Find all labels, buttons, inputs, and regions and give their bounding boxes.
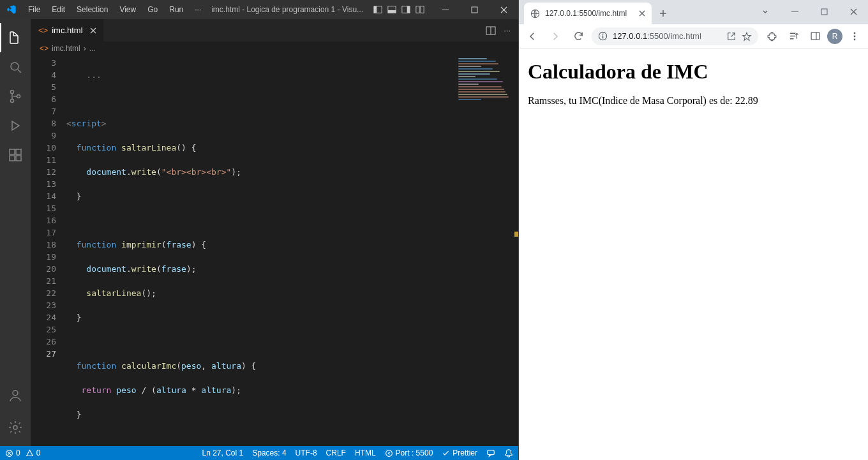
browser-minimize-button[interactable]	[780, 1, 809, 22]
tab-close-icon[interactable]	[639, 10, 645, 17]
window-controls	[430, 0, 518, 19]
layout-custom-icon[interactable]	[414, 3, 426, 16]
vscode-window: File Edit Selection View Go Run ··· imc.…	[0, 0, 518, 460]
close-button[interactable]	[489, 0, 518, 19]
svg-rect-5	[407, 6, 410, 13]
svg-rect-9	[472, 7, 477, 13]
status-language[interactable]: HTML	[355, 449, 376, 457]
menu-file[interactable]: File	[22, 5, 46, 14]
breadcrumb-more: ...	[89, 44, 96, 53]
share-icon[interactable]	[726, 31, 737, 41]
bookmark-icon[interactable]	[742, 31, 752, 41]
svg-rect-14	[10, 149, 15, 154]
chrome-window: 127.0.0.1:5500/imc.html 127.0.0.1:5500/i…	[518, 0, 868, 460]
menu-go[interactable]: Go	[142, 5, 163, 14]
browser-tab[interactable]: 127.0.0.1:5500/imc.html	[524, 3, 652, 24]
code-editor[interactable]: 3456789101112131415161718192021222324252…	[31, 56, 518, 446]
overview-ruler	[514, 56, 518, 446]
status-feedback-icon[interactable]	[486, 449, 495, 457]
browser-close-button[interactable]	[839, 1, 868, 22]
status-live-server[interactable]: Port : 5500	[385, 449, 433, 457]
profile-avatar[interactable]: R	[827, 29, 842, 44]
tab-actions: ···	[486, 26, 518, 36]
svg-rect-17	[16, 149, 21, 154]
run-debug-icon[interactable]	[0, 111, 31, 140]
svg-point-13	[17, 95, 20, 98]
svg-point-33	[854, 32, 856, 34]
menu-view[interactable]: View	[114, 5, 142, 14]
browser-tab-title: 127.0.0.1:5500/imc.html	[545, 9, 627, 18]
more-actions-icon[interactable]: ···	[504, 26, 511, 36]
editor-tab[interactable]: <> imc.html	[31, 19, 103, 41]
address-bar[interactable]: 127.0.0.1:5500/imc.html	[592, 27, 758, 45]
breadcrumbs[interactable]: <> imc.html › ...	[31, 41, 518, 56]
html-file-icon: <>	[40, 44, 49, 53]
panel-left-icon[interactable]	[371, 3, 384, 16]
window-title: imc.html - Logica de programacion 1 - Vi…	[207, 5, 368, 14]
tab-close-icon[interactable]	[89, 27, 97, 34]
side-panel-icon[interactable]	[805, 27, 825, 46]
svg-point-11	[11, 91, 14, 94]
status-bar: 0 0 Ln 27, Col 1 Spaces: 4 UTF-8 CRLF HT…	[0, 446, 518, 460]
status-prettier[interactable]: Prettier	[442, 449, 477, 457]
page-result-text: Ramsses, tu IMC(Indice de Masa Corporal)…	[528, 95, 859, 107]
status-cursor[interactable]: Ln 27, Col 1	[202, 449, 243, 457]
split-editor-icon[interactable]	[486, 26, 496, 36]
browser-window-controls	[751, 1, 868, 22]
titlebar: File Edit Selection View Go Run ··· imc.…	[0, 0, 518, 19]
accounts-icon[interactable]	[0, 381, 31, 410]
panel-bottom-icon[interactable]	[385, 3, 398, 16]
maximize-button[interactable]	[460, 0, 489, 19]
url-text: 127.0.0.1:5500/imc.html	[613, 31, 701, 41]
browser-toolbar: 127.0.0.1:5500/imc.html R	[519, 24, 868, 48]
reload-button[interactable]	[569, 27, 588, 46]
page-heading: Calculadora de IMC	[528, 60, 859, 84]
svg-rect-15	[10, 156, 15, 161]
svg-point-35	[854, 38, 856, 40]
new-tab-button[interactable]	[654, 4, 672, 22]
svg-rect-16	[16, 156, 21, 161]
menu-selection[interactable]: Selection	[71, 5, 114, 14]
svg-rect-27	[821, 9, 827, 15]
menu-more[interactable]: ···	[189, 5, 207, 14]
svg-rect-7	[421, 6, 424, 13]
menu-run[interactable]: Run	[163, 5, 189, 14]
layout-controls	[368, 3, 430, 16]
svg-rect-29	[602, 36, 604, 39]
code-content[interactable]: ... <script> function saltarLinea() { do…	[66, 56, 518, 446]
panel-right-icon[interactable]	[400, 3, 412, 16]
svg-point-12	[11, 100, 14, 103]
menu-edit[interactable]: Edit	[46, 5, 71, 14]
extensions-icon[interactable]	[762, 27, 781, 46]
chevron-right-icon: ›	[84, 44, 86, 53]
svg-rect-24	[488, 450, 495, 455]
svg-rect-3	[388, 10, 396, 13]
svg-rect-31	[811, 33, 819, 40]
settings-gear-icon[interactable]	[0, 413, 31, 442]
svg-rect-30	[602, 34, 604, 35]
html-file-icon: <>	[38, 26, 48, 35]
svg-point-10	[11, 63, 19, 70]
reading-list-icon[interactable]	[784, 27, 803, 46]
editor-area: <> imc.html ··· <> imc.html › ...	[31, 19, 518, 446]
breadcrumb-file: imc.html	[52, 44, 80, 53]
extensions-icon[interactable]	[0, 140, 31, 170]
vscode-logo-icon	[0, 4, 22, 15]
chrome-menu-icon[interactable]	[845, 27, 864, 46]
status-spaces[interactable]: Spaces: 4	[252, 449, 286, 457]
browser-maximize-button[interactable]	[809, 1, 839, 22]
forward-button[interactable]	[546, 27, 565, 46]
minimize-button[interactable]	[430, 0, 460, 19]
site-info-icon[interactable]	[598, 31, 608, 41]
source-control-icon[interactable]	[0, 82, 31, 111]
search-icon[interactable]	[0, 52, 31, 82]
status-bell-icon[interactable]	[504, 449, 513, 457]
menu-bar: File Edit Selection View Go Run ···	[22, 5, 207, 14]
status-encoding[interactable]: UTF-8	[296, 449, 317, 457]
chevron-down-icon[interactable]	[751, 1, 780, 22]
svg-rect-6	[416, 6, 419, 13]
status-eol[interactable]: CRLF	[326, 449, 346, 457]
status-errors[interactable]: 0 0	[5, 449, 40, 457]
back-button[interactable]	[523, 27, 542, 46]
explorer-icon[interactable]	[0, 23, 31, 52]
